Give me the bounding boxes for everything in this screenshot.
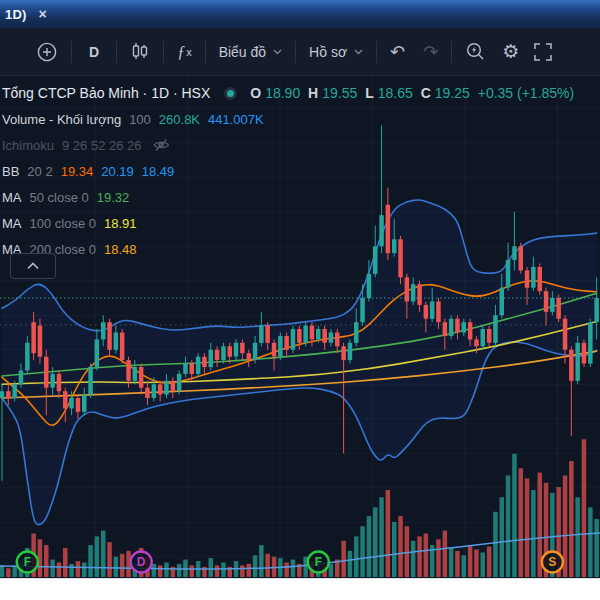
toolbar-separator <box>295 41 296 63</box>
chart-menu-label: Biểu đồ <box>219 44 266 60</box>
chart-style-button[interactable] <box>130 41 150 63</box>
toolbar-separator <box>71 41 72 63</box>
svg-text:F: F <box>24 555 31 569</box>
bottom-margin <box>0 578 600 600</box>
svg-text:D: D <box>137 555 146 569</box>
candlestick-icon <box>130 41 150 63</box>
event-marker-F[interactable]: F <box>308 552 329 573</box>
price-chart[interactable]: FDFS <box>0 76 600 578</box>
plus-circle-icon <box>36 41 58 63</box>
quick-search-button[interactable] <box>465 41 486 62</box>
fullscreen-icon <box>533 42 553 62</box>
svg-text:F: F <box>315 555 322 569</box>
app-window: 1D) × D ƒx Biểu đồ <box>0 0 600 600</box>
fx-f: ƒ <box>177 43 185 61</box>
toolbar-separator <box>376 41 377 63</box>
redo-button: ↷ <box>423 43 438 61</box>
profile-menu-button[interactable]: Hồ sơ <box>309 44 363 60</box>
settings-button[interactable]: ⚙ <box>502 40 519 63</box>
event-marker-S[interactable]: S <box>542 552 563 573</box>
tab-title: 1D) <box>5 7 27 22</box>
interval-button[interactable]: D <box>85 44 103 60</box>
add-symbol-button[interactable] <box>36 41 58 63</box>
svg-text:S: S <box>548 555 556 569</box>
indicators-button[interactable]: ƒx <box>177 43 192 61</box>
chart-toolbar: D ƒx Biểu đồ Hồ sơ <box>0 28 600 76</box>
profile-menu-label: Hồ sơ <box>309 44 347 60</box>
chevron-down-icon <box>273 49 282 55</box>
search-flash-icon <box>465 41 486 62</box>
toolbar-separator <box>451 41 452 63</box>
chevron-up-icon <box>26 261 40 271</box>
event-marker-D[interactable]: D <box>131 552 152 573</box>
window-tab-bar: 1D) × <box>0 0 600 28</box>
chart-menu-button[interactable]: Biểu đồ <box>219 44 282 60</box>
toolbar-separator <box>205 41 206 63</box>
fx-x: x <box>186 46 192 58</box>
toolbar-separator <box>116 41 117 63</box>
chevron-down-icon <box>354 49 363 55</box>
event-marker-F[interactable]: F <box>17 552 38 573</box>
toolbar-separator <box>163 41 164 63</box>
chart-pane[interactable]: FDFS Tổng CTCP Bảo Minh · 1D · HSX O18.9… <box>0 76 600 578</box>
tab-close-icon[interactable]: × <box>39 6 47 22</box>
collapse-legend-button[interactable] <box>10 253 56 279</box>
fullscreen-button[interactable] <box>533 42 553 62</box>
undo-button[interactable]: ↶ <box>390 43 405 61</box>
